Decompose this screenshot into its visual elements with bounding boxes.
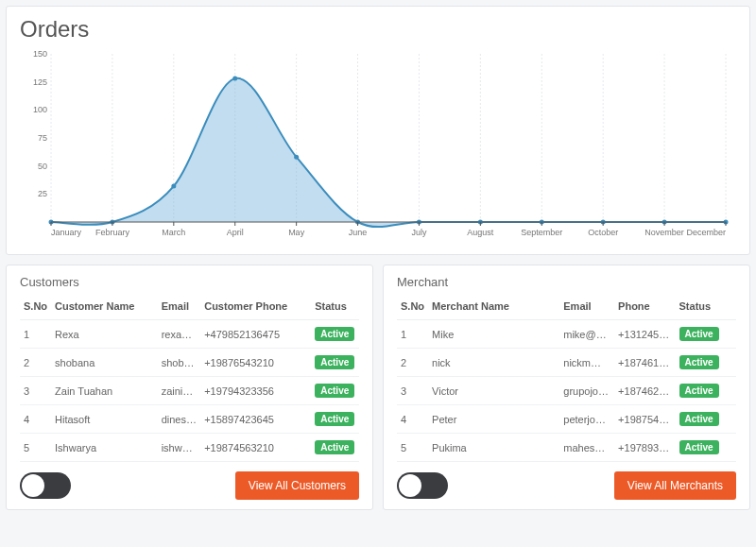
col-status: Status (311, 295, 359, 320)
merchants-panel: Merchant S.No Merchant Name Email Phone … (383, 265, 750, 510)
chart-title: Orders (20, 16, 736, 43)
cell-status: Active (311, 434, 359, 462)
cell-sno: 4 (397, 405, 428, 434)
table-row: 5Ishwaryaishwarya1@outlook.com+198745632… (20, 434, 359, 462)
cell-name: Zain Tuahan (51, 377, 158, 405)
col-status: Status (676, 295, 736, 320)
cell-email: mike@gmail.com (559, 320, 614, 349)
table-row: 4Peterpeterjohn@gmail.com+19875461320Act… (397, 405, 736, 434)
svg-point-21 (232, 77, 237, 81)
view-all-customers-button[interactable]: View All Customers (235, 471, 359, 500)
cell-name: shobana (51, 349, 158, 377)
cell-sno: 5 (397, 434, 428, 462)
cell-status: Active (311, 320, 359, 349)
svg-text:February: February (95, 228, 130, 237)
cell-name: Pukima (428, 434, 559, 462)
cell-sno: 3 (397, 377, 428, 405)
svg-text:75: 75 (38, 133, 47, 143)
status-badge: Active (679, 355, 719, 369)
cell-sno: 4 (20, 405, 51, 434)
table-row: 5Pukimamaheswaran@gmail.com+19789310461A… (397, 434, 736, 462)
cell-email: zainison7@yahoo.com.ph (158, 377, 201, 405)
col-phone: Phone (614, 295, 675, 320)
cell-status: Active (311, 377, 359, 405)
cell-status: Active (311, 405, 359, 434)
cell-name: Victor (428, 377, 559, 405)
svg-text:April: April (227, 228, 244, 237)
svg-text:July: July (411, 228, 427, 237)
svg-text:May: May (288, 228, 305, 237)
cell-phone: +15897423645 (200, 405, 311, 434)
status-badge: Active (315, 412, 354, 426)
cell-name: Rexa (51, 320, 158, 349)
col-email: Email (559, 295, 614, 320)
merchants-table: S.No Merchant Name Email Phone Status 1M… (397, 295, 736, 462)
cell-phone: +479852136475 (200, 320, 311, 349)
customers-table: S.No Customer Name Email Customer Phone … (20, 295, 359, 462)
status-badge: Active (315, 355, 354, 369)
table-row: 3Victorgrupojovima@gmail.com+18746258941… (397, 377, 736, 405)
svg-text:25: 25 (38, 189, 47, 198)
cell-name: Ishwarya (51, 434, 158, 462)
orders-chart-card: Orders 255075100125150JanuaryFebruaryMar… (6, 6, 750, 255)
cell-status: Active (311, 349, 359, 377)
cell-phone: +19789310461 (614, 434, 675, 462)
cell-name: Mike (428, 320, 559, 349)
col-customer-name: Customer Name (51, 295, 158, 320)
cell-name: Peter (428, 405, 559, 434)
cell-sno: 1 (397, 320, 428, 349)
cell-status: Active (676, 434, 736, 462)
table-row: 1Rexarexaeco@gmail.com+479852136475Activ… (20, 320, 359, 349)
cell-phone: +1312456785 (614, 320, 675, 349)
cell-phone: +19794323356 (200, 377, 311, 405)
col-sno: S.No (397, 295, 428, 320)
cell-status: Active (676, 320, 736, 349)
cell-email: dineshkumar@hitasoft.com (158, 405, 201, 434)
cell-sno: 3 (20, 377, 51, 405)
svg-text:January: January (51, 228, 82, 237)
svg-point-20 (171, 184, 176, 189)
cell-sno: 5 (20, 434, 51, 462)
customers-toggle[interactable] (20, 472, 71, 499)
orders-area-chart: 255075100125150JanuaryFebruaryMarchApril… (20, 46, 736, 245)
svg-point-22 (294, 155, 299, 160)
cell-phone: +19874563210 (200, 434, 311, 462)
cell-email: grupojovima@gmail.com (559, 377, 614, 405)
merchants-toggle[interactable] (397, 472, 448, 499)
cell-phone: +19875461320 (614, 405, 675, 434)
table-row: 2shobanashobana@mailinator.com+198765432… (20, 349, 359, 377)
status-badge: Active (315, 327, 354, 341)
svg-text:100: 100 (33, 105, 47, 114)
svg-text:November: November (644, 228, 684, 237)
col-sno: S.No (20, 295, 51, 320)
merchants-title: Merchant (397, 275, 736, 289)
cell-email: peterjohn@gmail.com (559, 405, 614, 434)
cell-phone: +18746132589 (614, 349, 675, 377)
cell-email: rexaeco@gmail.com (158, 320, 201, 349)
status-badge: Active (679, 412, 719, 426)
chart-area: 255075100125150JanuaryFebruaryMarchApril… (20, 46, 736, 245)
cell-email: shobana@mailinator.com (158, 349, 201, 377)
cell-sno: 2 (397, 349, 428, 377)
svg-text:June: June (349, 228, 368, 237)
status-badge: Active (679, 327, 719, 341)
col-customer-phone: Customer Phone (200, 295, 311, 320)
table-row: 2nicknickm@yahoo.com+18746132589Active (397, 349, 736, 377)
svg-text:125: 125 (33, 77, 47, 87)
cell-email: maheswaran@gmail.com (559, 434, 614, 462)
cell-status: Active (676, 405, 736, 434)
col-merchant-name: Merchant Name (428, 295, 559, 320)
svg-text:December: December (686, 228, 726, 237)
view-all-merchants-button[interactable]: View All Merchants (614, 471, 736, 500)
cell-name: nick (428, 349, 559, 377)
status-badge: Active (315, 440, 354, 454)
svg-text:50: 50 (38, 162, 47, 171)
status-badge: Active (679, 440, 719, 454)
table-row: 4Hitasoftdineshkumar@hitasoft.com+158974… (20, 405, 359, 434)
cell-name: Hitasoft (51, 405, 158, 434)
customers-panel: Customers S.No Customer Name Email Custo… (6, 265, 373, 510)
cell-sno: 1 (20, 320, 51, 349)
table-row: 1Mikemike@gmail.com+1312456785Active (397, 320, 736, 349)
customers-title: Customers (20, 275, 359, 289)
status-badge: Active (315, 384, 354, 398)
